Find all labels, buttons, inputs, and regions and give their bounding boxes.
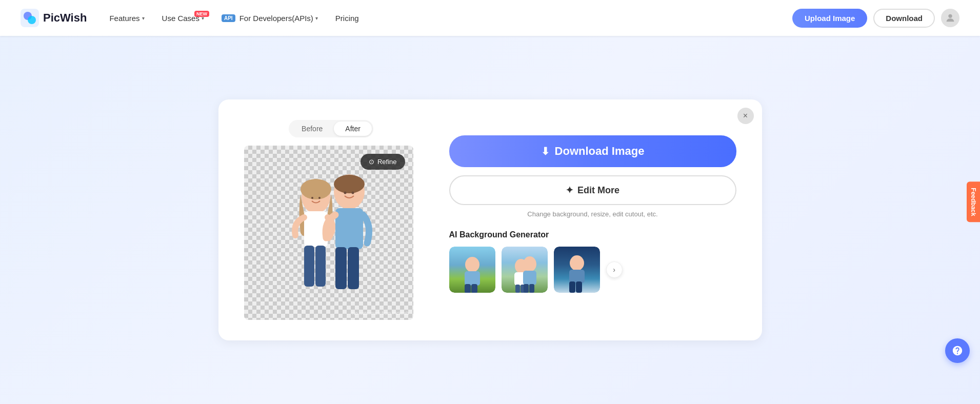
bg-thumbnail-3[interactable] — [554, 247, 600, 293]
chevron-down-icon: ▾ — [315, 15, 318, 21]
people-cutout — [244, 146, 413, 320]
nav-actions: Upload Image Download — [792, 9, 959, 28]
svg-rect-31 — [569, 270, 585, 283]
card-inner: Before After — [244, 120, 736, 320]
svg-point-17 — [351, 192, 354, 194]
svg-point-30 — [570, 255, 584, 271]
navbar: PicWish Features ▾ Use Cases ▾ NEW API F… — [0, 0, 980, 36]
edit-hint-text: Change background, resize, edit cutout, … — [449, 210, 736, 218]
side-tab[interactable]: Feedback — [967, 181, 980, 222]
tab-before[interactable]: Before — [290, 122, 334, 136]
actions-panel: ⬇ Download Image ✦ Edit More Change back… — [449, 120, 736, 293]
svg-rect-29 — [529, 284, 534, 293]
svg-point-2 — [28, 16, 36, 24]
help-button[interactable] — [945, 338, 970, 363]
logo-text: PicWish — [43, 11, 87, 25]
download-image-button[interactable]: ⬇ Download Image — [449, 135, 736, 167]
svg-rect-19 — [465, 271, 480, 286]
svg-rect-33 — [576, 281, 582, 293]
upload-image-button[interactable]: Upload Image — [792, 9, 867, 28]
image-panel: Before After — [244, 120, 418, 320]
bg-thumbnail-2[interactable] — [502, 247, 548, 293]
nav-features[interactable]: Features ▾ — [102, 10, 151, 27]
svg-rect-25 — [523, 271, 536, 285]
svg-point-12 — [334, 175, 365, 193]
svg-rect-21 — [471, 284, 477, 293]
nav-pricing[interactable]: Pricing — [328, 10, 366, 27]
nav-use-cases[interactable]: Use Cases ▾ NEW — [155, 10, 211, 27]
svg-rect-32 — [569, 281, 575, 293]
svg-point-23 — [523, 256, 536, 272]
bg-thumbnail-1[interactable] — [449, 247, 495, 293]
nav-developers[interactable]: API For Developers(APIs) ▾ — [214, 10, 325, 27]
main-content: × Before After — [0, 36, 980, 404]
bg-thumbnails: › — [449, 247, 736, 293]
close-button[interactable]: × — [737, 108, 754, 124]
cutout-svg — [267, 166, 390, 320]
chevron-down-icon: ▾ — [142, 15, 145, 21]
edit-icon: ✦ — [566, 185, 573, 196]
refine-icon: ⊙ — [369, 158, 374, 166]
image-container: ⊙ Refine No watermark from PicWish — [244, 146, 413, 320]
svg-rect-15 — [348, 247, 359, 289]
svg-point-9 — [311, 197, 313, 199]
refine-button[interactable]: ⊙ Refine — [361, 154, 405, 170]
svg-rect-28 — [524, 284, 529, 293]
result-card: × Before After — [218, 99, 762, 340]
svg-point-16 — [344, 192, 346, 194]
toggle-tabs: Before After — [289, 120, 373, 137]
ai-bg-section: AI Background Generator — [449, 230, 736, 293]
edit-more-button[interactable]: ✦ Edit More — [449, 175, 736, 205]
tab-after[interactable]: After — [334, 122, 372, 136]
svg-point-3 — [948, 14, 952, 18]
svg-rect-26 — [515, 285, 520, 293]
logo-icon — [21, 9, 39, 27]
download-button[interactable]: Download — [873, 9, 935, 28]
chevron-right-icon: › — [613, 266, 615, 274]
svg-point-18 — [465, 257, 479, 272]
svg-rect-7 — [304, 246, 314, 287]
nav-links: Features ▾ Use Cases ▾ NEW API For Devel… — [102, 10, 792, 27]
download-arrow-icon: ⬇ — [541, 145, 550, 157]
watermark-text: No watermark from PicWish — [352, 311, 409, 316]
svg-point-10 — [318, 197, 321, 199]
svg-point-5 — [301, 179, 331, 199]
logo[interactable]: PicWish — [21, 9, 87, 27]
svg-rect-14 — [335, 247, 347, 289]
svg-rect-8 — [315, 246, 326, 287]
svg-rect-20 — [465, 284, 471, 293]
chevron-right-button[interactable]: › — [606, 261, 623, 278]
new-badge: NEW — [194, 11, 209, 17]
api-badge: API — [222, 14, 235, 22]
avatar[interactable] — [941, 9, 959, 27]
svg-rect-13 — [335, 208, 363, 249]
ai-bg-title: AI Background Generator — [449, 230, 736, 239]
